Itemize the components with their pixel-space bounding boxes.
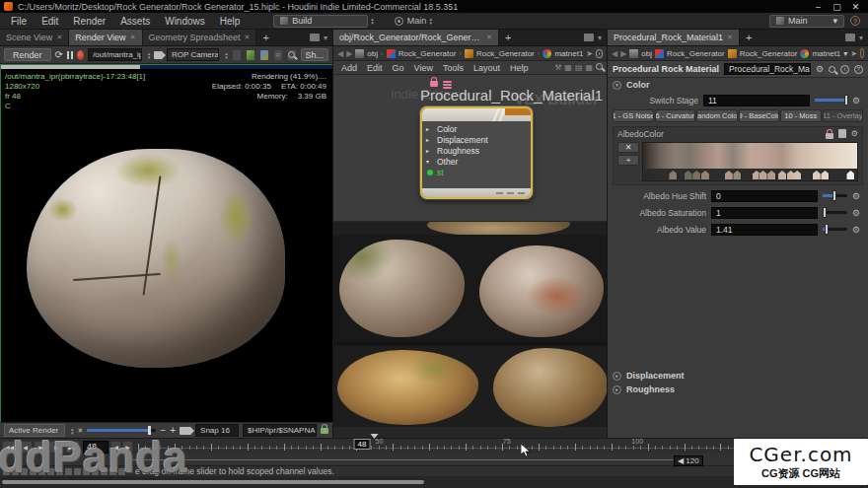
close-button[interactable]: ✕ xyxy=(847,1,864,13)
net-menu-edit[interactable]: Edit xyxy=(363,63,387,73)
nav-forward-icon[interactable]: ▶ xyxy=(620,49,626,58)
pin-icon[interactable]: ➤ xyxy=(586,49,593,58)
pane-dropdown-icon[interactable]: ▾ xyxy=(859,34,863,42)
node-output-roughness[interactable]: ▸Roughness xyxy=(426,145,531,156)
info-icon[interactable]: i xyxy=(840,65,849,74)
ramp-marker[interactable] xyxy=(778,171,786,179)
net-menu-add[interactable]: Add xyxy=(337,63,361,73)
albedo-value-slider[interactable] xyxy=(823,228,847,231)
ramp-marker[interactable] xyxy=(669,171,677,179)
albedo-hue-shift-slider[interactable] xyxy=(823,194,847,197)
breadcrumb-rock-generator-2[interactable]: Rock_Generator xyxy=(740,49,798,58)
ramp-marker[interactable] xyxy=(821,171,829,179)
pause-icon[interactable] xyxy=(67,51,73,59)
scene-icon[interactable] xyxy=(246,49,255,61)
node-output-other[interactable]: ▾Other xyxy=(426,156,531,167)
breadcrumb-rock-generator[interactable]: Rock_Generator xyxy=(398,49,457,58)
tab-close-icon[interactable]: ✕ xyxy=(486,34,492,41)
tab-close-icon[interactable]: ✕ xyxy=(56,34,62,41)
stage-button-moss[interactable]: 10 - Moss xyxy=(780,109,822,122)
node-output-color[interactable]: ▸Color xyxy=(426,123,531,134)
desktop-spinner[interactable]: ▴▾ xyxy=(371,17,374,25)
playhead[interactable]: 48 xyxy=(354,439,379,449)
desktop-selector[interactable]: Build xyxy=(273,15,368,28)
menu-assets[interactable]: Assets xyxy=(113,14,157,29)
albedo-value-value[interactable]: 1.41 xyxy=(711,224,818,236)
node-output-displacement[interactable]: ▸Displacement xyxy=(426,134,531,145)
ramp-marker[interactable] xyxy=(692,171,700,179)
switch-stage-value[interactable]: 11 xyxy=(703,95,810,106)
pin-icon[interactable]: ➤ xyxy=(850,49,857,58)
net-menu-help[interactable]: Help xyxy=(506,63,533,73)
tab-close-icon[interactable]: ✕ xyxy=(245,34,251,41)
follow-icon[interactable] xyxy=(596,49,603,58)
camera-icon[interactable] xyxy=(154,51,163,59)
gear-icon[interactable]: ⚙ xyxy=(852,191,860,201)
network-view[interactable]: Indie Edition VEX Builder Procedural_Roc… xyxy=(333,75,607,222)
minimize-button[interactable]: – xyxy=(810,1,827,13)
ramp-marker[interactable] xyxy=(701,171,709,179)
albedo-ramp-gradient[interactable] xyxy=(643,143,857,169)
magnify-icon[interactable] xyxy=(287,49,297,61)
breadcrumb-dropdown-icon[interactable]: ▾ xyxy=(843,49,847,58)
ramp-marker[interactable] xyxy=(767,171,775,179)
switch-stage-slider[interactable] xyxy=(815,99,847,102)
snapshot-path-field[interactable]: $HIP/ipr/$SNAPNA xyxy=(243,424,317,437)
tab-close-icon[interactable]: ✕ xyxy=(727,34,733,41)
nav-forward-icon[interactable]: ▶ xyxy=(346,49,352,58)
breadcrumb-matnet[interactable]: matnet1 xyxy=(812,49,840,58)
clipboard-icon[interactable] xyxy=(838,129,846,138)
ramp-marker[interactable] xyxy=(760,171,767,179)
ramp-marker[interactable] xyxy=(685,171,692,179)
ramp-marker[interactable] xyxy=(646,171,654,179)
section-displacement[interactable]: ▸ Displacement xyxy=(608,369,868,383)
ramp-marker[interactable] xyxy=(813,171,821,179)
net-menu-view[interactable]: View xyxy=(410,63,437,73)
lock-icon[interactable] xyxy=(321,428,328,434)
pane-dropdown-icon[interactable]: ▾ xyxy=(324,34,327,42)
st-port-icon[interactable] xyxy=(427,170,433,175)
albedo-value-handle[interactable] xyxy=(825,224,829,235)
tools-icon[interactable]: ⚒ xyxy=(554,63,561,72)
section-color[interactable]: ▾ Color xyxy=(608,78,868,92)
grid-icon[interactable]: ▦ xyxy=(564,63,572,72)
tab-close-icon[interactable]: ✕ xyxy=(130,34,136,41)
breadcrumb-obj[interactable]: obj xyxy=(641,49,652,58)
help-icon[interactable]: ? xyxy=(854,65,863,74)
tab-parameters[interactable]: Procedural_Rock_Material1 ✕ xyxy=(608,30,740,45)
background-icon[interactable] xyxy=(259,49,269,61)
breadcrumb-rock-generator-2[interactable]: Rock_Generator xyxy=(476,49,535,58)
switch-stage-handle[interactable] xyxy=(844,95,848,105)
refresh-icon[interactable]: ⟳ xyxy=(55,48,63,61)
ramp-marker[interactable] xyxy=(846,171,854,179)
tab-geometry-spreadsheet[interactable]: Geometry Spreadsheet ✕ xyxy=(143,30,257,45)
stage-button-random-color-shift[interactable]: 08 - Random Color Shift xyxy=(696,109,738,122)
menu-edit[interactable]: Edit xyxy=(35,14,65,29)
nav-back-icon[interactable]: ◀ xyxy=(612,49,617,58)
section-roughness[interactable]: ▸ Roughness xyxy=(608,383,868,396)
albedo-saturation-value[interactable]: 1 xyxy=(711,207,818,219)
pane-dropdown-icon[interactable]: ▾ xyxy=(598,34,602,42)
stop-render-icon[interactable] xyxy=(77,50,84,60)
tab-scene-view[interactable]: Scene View ✕ xyxy=(0,30,69,45)
section-closed-icon[interactable]: ▸ xyxy=(613,372,621,381)
lights-icon[interactable]: ○ xyxy=(273,49,283,61)
node-output-st[interactable]: st xyxy=(426,167,531,177)
albedo-hue-shift-handle[interactable] xyxy=(832,190,836,201)
gear-icon[interactable]: ⚙ xyxy=(852,208,860,218)
section-open-icon[interactable]: ▾ xyxy=(613,81,621,90)
rop-path-field[interactable]: /out/mantra_ipr xyxy=(88,48,142,61)
reference-image-panel[interactable] xyxy=(333,222,607,438)
node-title[interactable]: Procedural_Rock_Material1 xyxy=(420,87,603,104)
material-node[interactable]: ▸Color ▸Displacement ▸Roughness ▾Other s… xyxy=(420,106,533,199)
albedo-saturation-slider[interactable] xyxy=(823,211,847,214)
breadcrumb-obj[interactable]: obj xyxy=(367,49,378,58)
section-closed-icon[interactable]: ▸ xyxy=(613,385,621,394)
albedo-saturation-handle[interactable] xyxy=(823,207,827,218)
net-search-icon[interactable] xyxy=(596,63,603,70)
ramp-add-button[interactable]: + xyxy=(617,155,639,166)
camera-select[interactable]: ROP Camera xyxy=(167,48,219,61)
pane-menu-icon[interactable] xyxy=(310,34,320,41)
gear-icon[interactable]: ⚙ xyxy=(852,96,860,105)
search-icon[interactable] xyxy=(829,66,835,73)
